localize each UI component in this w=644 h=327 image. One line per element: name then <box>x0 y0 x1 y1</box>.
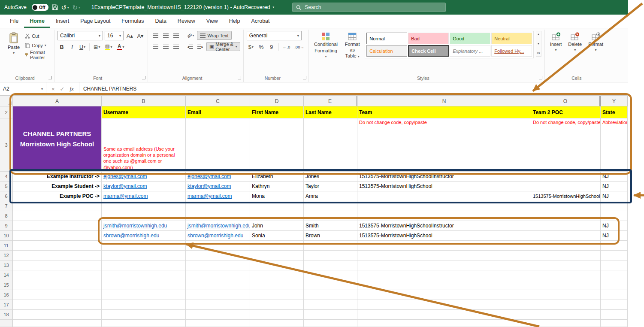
cell[interactable] <box>186 260 250 270</box>
cell-D9[interactable]: John <box>250 221 304 231</box>
cell-D10[interactable]: Sonia <box>250 231 304 241</box>
cell[interactable] <box>250 280 304 290</box>
cell[interactable] <box>13 260 102 270</box>
borders-button[interactable]: ⊞▾ <box>92 42 102 51</box>
col-header-E[interactable]: E <box>304 96 357 106</box>
cell-B6[interactable]: marma@ymail.com <box>102 191 186 201</box>
tab-file[interactable]: File <box>4 15 24 28</box>
cell[interactable] <box>186 310 250 320</box>
col-header-Y[interactable]: Y <box>601 96 628 106</box>
cell[interactable] <box>531 310 601 320</box>
cell[interactable] <box>357 241 531 251</box>
tab-acrobat[interactable]: Acrobat <box>245 15 275 28</box>
underline-button[interactable]: U▾ <box>78 42 87 51</box>
cell-O5[interactable] <box>531 182 601 191</box>
cell-A5[interactable]: Example Student -> <box>13 182 102 191</box>
row-header-15[interactable]: 15 <box>0 280 13 290</box>
cancel-icon[interactable]: × <box>51 86 55 92</box>
align-bottom-button[interactable] <box>172 31 180 40</box>
cell[interactable] <box>601 270 628 280</box>
cell[interactable] <box>304 241 357 251</box>
font-color-button[interactable]: A ▾ <box>115 42 126 51</box>
cell-E6[interactable]: Amra <box>304 191 357 201</box>
cell-A7[interactable] <box>13 201 102 211</box>
cell-O6[interactable]: 1513575-MorristownHighSchool <box>531 191 601 201</box>
cell-E4[interactable]: Jones <box>304 172 357 182</box>
style-chip-good[interactable]: Good <box>450 33 490 44</box>
cell[interactable] <box>186 290 250 300</box>
cell[interactable] <box>357 320 531 327</box>
cell[interactable] <box>601 241 628 251</box>
bold-button[interactable]: B <box>57 42 66 51</box>
cell[interactable] <box>102 260 186 270</box>
cell[interactable] <box>250 290 304 300</box>
align-middle-button[interactable] <box>161 31 170 40</box>
cell-C6[interactable]: marma@ymail.com <box>186 191 250 201</box>
cell[interactable] <box>250 300 304 310</box>
cell[interactable] <box>601 310 628 320</box>
font-size-select[interactable]: 16 ▾ <box>105 31 124 40</box>
align-center-button[interactable] <box>161 42 170 51</box>
row-header-5[interactable]: 5 <box>0 182 13 191</box>
accounting-format-button[interactable]: $▾ <box>247 42 255 51</box>
tab-formulas[interactable]: Formulas <box>116 15 149 28</box>
col-header-N[interactable]: N <box>357 96 531 106</box>
tab-insert[interactable]: Insert <box>50 15 75 28</box>
merge-center-button[interactable]: ▣ Merge & Center ▾ <box>206 42 240 51</box>
cell-E8[interactable] <box>304 211 357 221</box>
col-header-C[interactable]: C <box>186 96 250 106</box>
tab-view[interactable]: View <box>201 15 224 28</box>
increase-font-size-button[interactable]: A▴ <box>125 31 134 40</box>
tab-page-layout[interactable]: Page Layout <box>75 15 116 28</box>
cell-C9[interactable]: jsmith@morristownhigh.edu <box>186 221 250 231</box>
cell-B7[interactable] <box>102 201 186 211</box>
row-header-14[interactable]: 14 <box>0 270 13 280</box>
header-cell-state[interactable]: State <box>601 106 628 118</box>
cell-B5[interactable]: ktaylor@ymail.com <box>102 182 186 191</box>
cell[interactable] <box>102 300 186 310</box>
conditional-formatting-button[interactable]: Conditional Formatting ▾ <box>312 31 340 74</box>
search-box[interactable] <box>292 3 446 12</box>
cell[interactable] <box>250 310 304 320</box>
style-chip-calculation[interactable]: Calculation <box>366 45 407 57</box>
style-chip-explanatory[interactable]: Explanatory ... <box>450 45 490 57</box>
cell[interactable] <box>102 310 186 320</box>
orientation-button[interactable]: ab▾ <box>186 31 195 40</box>
cell[interactable] <box>304 300 357 310</box>
row-header-13[interactable]: 13 <box>0 260 13 270</box>
cell[interactable] <box>531 290 601 300</box>
cell-D5[interactable]: Kathryn <box>250 182 304 191</box>
cell-A4[interactable]: Example Instructor -> <box>13 172 102 182</box>
cell[interactable] <box>250 270 304 280</box>
tab-help[interactable]: Help <box>224 15 246 28</box>
col-header-D[interactable]: D <box>250 96 304 106</box>
font-name-select[interactable]: Calibri ▾ <box>57 31 103 40</box>
cell[interactable] <box>304 290 357 300</box>
cell-N7[interactable] <box>357 201 531 211</box>
format-as-table-button[interactable]: Format as Table ▾ <box>342 31 363 74</box>
row-header-18[interactable]: 18 <box>0 310 13 320</box>
cell[interactable] <box>304 270 357 280</box>
cell-A8[interactable] <box>13 211 102 221</box>
style-chip-neutral[interactable]: Neutral <box>491 33 532 44</box>
cell[interactable] <box>357 310 531 320</box>
paste-button[interactable]: Paste ▾ <box>6 31 22 74</box>
cell[interactable] <box>304 320 357 327</box>
cell[interactable] <box>601 251 628 260</box>
row-header-partial[interactable] <box>0 320 13 327</box>
style-chip-bad[interactable]: Bad <box>408 33 449 44</box>
cell[interactable] <box>250 241 304 251</box>
cell[interactable] <box>357 251 531 260</box>
cell[interactable] <box>13 241 102 251</box>
cell-O7[interactable] <box>531 201 601 211</box>
gallery-more-icon[interactable]: ≡▾ <box>537 51 540 55</box>
cell[interactable] <box>357 290 531 300</box>
dialog-launcher-icon[interactable] <box>303 76 306 79</box>
cell[interactable] <box>250 251 304 260</box>
cell[interactable] <box>531 260 601 270</box>
cell[interactable] <box>102 280 186 290</box>
gallery-scroll-down-icon[interactable]: ▼ <box>537 42 540 45</box>
row-header-10[interactable]: 10 <box>0 231 13 241</box>
cell-Y10[interactable]: NJ <box>601 231 628 241</box>
cell-E10[interactable]: Brown <box>304 231 357 241</box>
